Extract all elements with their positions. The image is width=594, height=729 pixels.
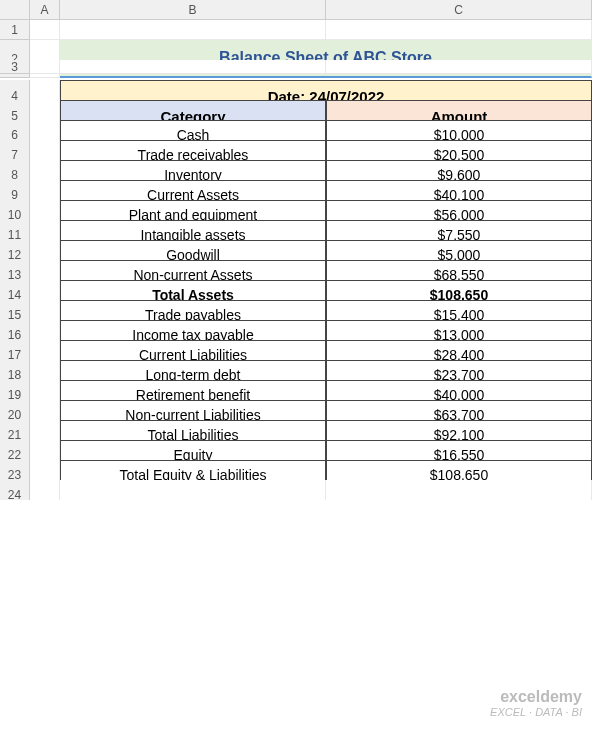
row-header-24[interactable]: 24 (0, 480, 30, 500)
cell-C3[interactable] (326, 60, 592, 74)
cell-B3[interactable] (60, 60, 326, 74)
cell-B24[interactable] (60, 480, 326, 500)
row-header-1[interactable]: 1 (0, 20, 30, 40)
cell-A3[interactable] (30, 60, 60, 74)
cell-C24[interactable] (326, 480, 592, 500)
spreadsheet-grid[interactable]: ABC12Balance Sheet of ABC Store34Date: 2… (0, 0, 594, 500)
cell-B1[interactable] (60, 20, 326, 40)
column-header-C[interactable]: C (326, 0, 592, 20)
column-header-B[interactable]: B (60, 0, 326, 20)
corner-cell (0, 0, 30, 20)
cell-A24[interactable] (30, 480, 60, 500)
column-header-A[interactable]: A (30, 0, 60, 20)
cell-A1[interactable] (30, 20, 60, 40)
cell-C1[interactable] (326, 20, 592, 40)
row-header-3[interactable]: 3 (0, 60, 30, 74)
